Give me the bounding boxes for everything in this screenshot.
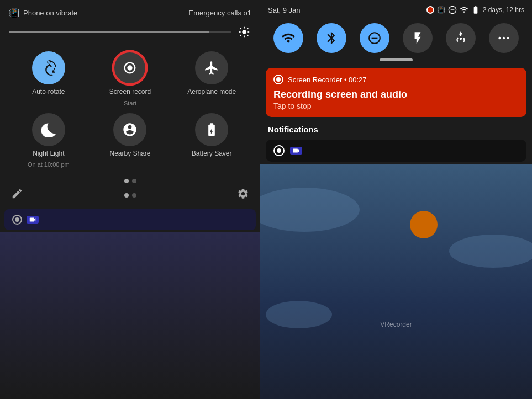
more-qs-icon	[497, 31, 511, 45]
svg-line-6	[247, 35, 248, 36]
right-background: VRecorder	[260, 164, 532, 399]
tile-auto-rotate[interactable]: Auto-rotate	[11, 51, 86, 107]
status-bar-right: Sat, 9 Jan 📳 2 days, 12 hrs	[260, 0, 532, 19]
dot-2	[132, 179, 136, 183]
recording-dot-icon	[426, 6, 434, 14]
left-background	[0, 232, 260, 399]
tile-label-nearby-share: Nearby Share	[109, 150, 150, 158]
strip-record-dot	[15, 217, 19, 222]
bluetooth-qs-icon	[324, 31, 339, 45]
qs-hotspot-button[interactable]	[446, 23, 476, 53]
cloud-2	[449, 235, 532, 268]
vrecorder-label: VRecorder	[380, 321, 412, 328]
notifications-label: Notifications	[260, 119, 532, 137]
sun-icon	[238, 26, 250, 38]
tile-label-aeroplane: Aeroplane mode	[187, 88, 236, 97]
svg-point-16	[503, 37, 505, 39]
emergency-calls-label: Emergency calls o1	[189, 9, 251, 17]
battery-saver-icon	[204, 122, 219, 137]
battery-text: 2 days, 12 hrs	[483, 6, 524, 14]
tile-label-night-light: Night Light	[33, 150, 64, 158]
tile-sublabel-night-light: On at 10:00 pm	[28, 161, 70, 168]
brightness-fill	[9, 31, 209, 33]
notif-video-icon	[290, 147, 302, 155]
screen-recorder-notification[interactable]: Screen Recorder • 00:27 Recording screen…	[266, 68, 526, 117]
rec-notif-dot	[276, 77, 281, 82]
tile-nearby-share[interactable]: Nearby Share	[93, 113, 168, 168]
wifi-icon-right	[460, 6, 468, 14]
qs-flashlight-button[interactable]	[403, 23, 433, 53]
svg-line-8	[240, 35, 241, 36]
tile-label-auto-rotate: Auto-rotate	[32, 88, 65, 97]
tile-night-light[interactable]: Night Light On at 10:00 pm	[11, 113, 86, 168]
qs-wifi-button[interactable]	[273, 23, 303, 53]
notif-record-icon	[273, 145, 285, 156]
svg-line-5	[240, 28, 241, 29]
tile-icon-nearby-share	[113, 113, 146, 146]
svg-point-15	[498, 37, 501, 39]
qs-bluetooth-button[interactable]	[317, 23, 346, 53]
hotspot-qs-icon	[454, 31, 468, 45]
tile-icon-battery-saver	[195, 113, 228, 146]
minus-circle-icon	[448, 6, 457, 14]
phone-vibrate-label: Phone on vibrate	[23, 9, 77, 17]
flashlight-qs-icon	[410, 31, 425, 45]
svg-point-10	[128, 65, 133, 70]
auto-rotate-icon	[41, 60, 56, 76]
tile-icon-auto-rotate	[32, 51, 65, 84]
rec-notif-header: Screen Recorder • 00:27	[273, 75, 519, 84]
svg-point-17	[507, 37, 509, 39]
notif-record-dot	[277, 148, 281, 153]
battery-icon-right	[471, 6, 480, 14]
tile-sublabel-screen-record: Start	[124, 100, 136, 107]
brightness-icon	[237, 25, 251, 39]
rec-notif-circle-icon	[273, 75, 283, 84]
rec-notif-sub: Tap to stop	[273, 102, 519, 110]
qs-dnd-button[interactable]	[360, 23, 389, 53]
dnd-qs-icon	[367, 31, 382, 45]
aeroplane-icon	[204, 60, 219, 76]
rec-notif-body: Recording screen and audio	[273, 89, 519, 100]
brightness-row[interactable]	[0, 23, 260, 46]
left-panel: 📳 Phone on vibrate Emergency calls o1	[0, 0, 260, 399]
vibrate-icon-right: 📳	[437, 6, 445, 14]
cloud-3	[266, 301, 332, 328]
notification-strip[interactable]	[4, 209, 256, 230]
bottom-toolbar	[0, 185, 260, 207]
tile-icon-night-light	[32, 113, 65, 146]
pagination	[0, 173, 260, 185]
qs-handle	[380, 58, 413, 61]
tile-label-battery-saver: Battery Saver	[192, 150, 232, 158]
phone-vibrate-status: 📳 Phone on vibrate	[9, 8, 77, 18]
wifi-qs-icon	[281, 31, 296, 45]
dot-page-2	[132, 193, 136, 198]
status-bar-left: 📳 Phone on vibrate Emergency calls o1	[0, 0, 260, 23]
right-panel: Sat, 9 Jan 📳 2 days, 12 hrs	[260, 0, 532, 399]
tile-aeroplane[interactable]: Aeroplane mode	[174, 51, 249, 107]
orange-circle	[410, 211, 438, 238]
nearby-share-icon	[122, 122, 138, 137]
screen-record-icon	[122, 60, 138, 76]
tile-screen-record[interactable]: Screen record Start	[93, 51, 168, 107]
vibrate-icon: 📳	[9, 8, 20, 18]
qs-more-button[interactable]	[489, 23, 519, 53]
notification-item[interactable]	[266, 140, 526, 162]
dot-1	[124, 179, 129, 183]
svg-point-0	[242, 30, 246, 34]
strip-record-icon	[12, 215, 22, 225]
date-label: Sat, 9 Jan	[268, 6, 301, 14]
night-light-icon	[41, 122, 56, 137]
status-icons-right: 📳 2 days, 12 hrs	[426, 6, 524, 14]
tile-icon-screen-record	[113, 51, 146, 84]
edit-icon[interactable]	[11, 188, 23, 203]
tile-label-screen-record: Screen record	[109, 88, 151, 97]
strip-video-icon	[27, 216, 39, 224]
tile-icon-aeroplane	[195, 51, 228, 84]
rec-notif-title: Screen Recorder • 00:27	[288, 76, 367, 84]
quick-settings-row	[260, 19, 532, 58]
brightness-track[interactable]	[9, 31, 231, 33]
settings-icon[interactable]	[237, 188, 249, 203]
tile-battery-saver[interactable]: Battery Saver	[174, 113, 249, 168]
svg-line-7	[247, 28, 248, 29]
dot-page-1	[124, 193, 129, 198]
